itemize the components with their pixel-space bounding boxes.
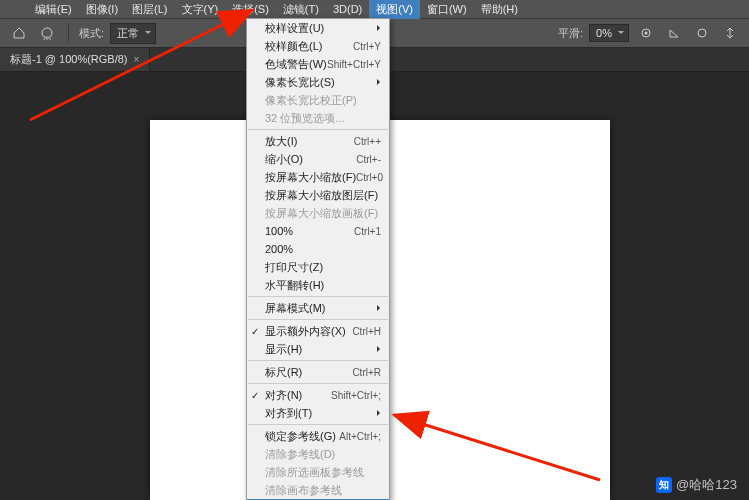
menu-filter[interactable]: 滤镜(T) [276, 0, 326, 19]
symmetry-icon[interactable] [719, 22, 741, 44]
menu-item[interactable]: ✓对齐(N)Shift+Ctrl+; [247, 386, 389, 404]
menu-window[interactable]: 窗口(W) [420, 0, 474, 19]
menu-item[interactable]: ✓显示额外内容(X)Ctrl+H [247, 322, 389, 340]
view-menu-dropdown: 校样设置(U)校样颜色(L)Ctrl+Y色域警告(W)Shift+Ctrl+Y像… [246, 18, 390, 500]
menu-item: 像素长宽比校正(P) [247, 91, 389, 109]
menu-item[interactable]: 200% [247, 240, 389, 258]
watermark-text: @哈哈123 [676, 476, 737, 494]
angle-icon[interactable] [663, 22, 685, 44]
menu-item[interactable]: 校样设置(U) [247, 19, 389, 37]
menu-item: 清除参考线(D) [247, 445, 389, 463]
tool-home-icon[interactable] [8, 22, 30, 44]
menu-item: 32 位预览选项... [247, 109, 389, 127]
airbrush-icon[interactable] [691, 22, 713, 44]
menu-item[interactable]: 按屏幕大小缩放(F)Ctrl+0 [247, 168, 389, 186]
menu-item[interactable]: 100%Ctrl+1 [247, 222, 389, 240]
menu-item[interactable]: 像素长宽比(S) [247, 73, 389, 91]
menu-item[interactable]: 标尺(R)Ctrl+R [247, 363, 389, 381]
tab-title: 标题-1 @ 100%(RGB/8) [10, 52, 128, 67]
menu-item[interactable]: 水平翻转(H) [247, 276, 389, 294]
menu-3d[interactable]: 3D(D) [326, 1, 369, 17]
menu-type[interactable]: 文字(Y) [175, 0, 226, 19]
menu-help[interactable]: 帮助(H) [474, 0, 525, 19]
flow-value[interactable]: 0% [589, 24, 629, 42]
menu-item[interactable]: 缩小(O)Ctrl+- [247, 150, 389, 168]
gear-icon[interactable] [635, 22, 657, 44]
mode-dropdown[interactable]: 正常 [110, 23, 156, 44]
menu-image[interactable]: 图像(I) [79, 0, 125, 19]
flow-label: 平滑: [558, 26, 583, 41]
menu-layer[interactable]: 图层(L) [125, 0, 174, 19]
menu-select[interactable]: 选择(S) [225, 0, 276, 19]
menu-item[interactable]: 对齐到(T) [247, 404, 389, 422]
svg-text:306: 306 [43, 35, 52, 41]
svg-point-4 [698, 29, 706, 37]
menubar: 编辑(E) 图像(I) 图层(L) 文字(Y) 选择(S) 滤镜(T) 3D(D… [0, 0, 749, 18]
menu-edit[interactable]: 编辑(E) [28, 0, 79, 19]
svg-point-3 [645, 32, 648, 35]
menu-view[interactable]: 视图(V) [369, 0, 420, 19]
menu-item[interactable]: 打印尺寸(Z) [247, 258, 389, 276]
menu-item[interactable]: 校样颜色(L)Ctrl+Y [247, 37, 389, 55]
menu-item[interactable]: 放大(I)Ctrl++ [247, 132, 389, 150]
menu-item[interactable]: 屏幕模式(M) [247, 299, 389, 317]
separator [68, 23, 69, 43]
menu-item: 清除画布参考线 [247, 481, 389, 499]
document-tab[interactable]: 标题-1 @ 100%(RGB/8) × [0, 48, 150, 71]
menu-item[interactable]: 显示(H) [247, 340, 389, 358]
close-icon[interactable]: × [134, 54, 140, 65]
zhihu-logo-icon: 知 [656, 477, 672, 493]
mode-label: 模式: [79, 26, 104, 41]
menu-item[interactable]: 锁定参考线(G)Alt+Ctrl+; [247, 427, 389, 445]
tool-preset-icon[interactable]: 306 [36, 22, 58, 44]
watermark: 知 @哈哈123 [656, 476, 737, 494]
menu-item: 按屏幕大小缩放画板(F) [247, 204, 389, 222]
menu-item[interactable]: 色域警告(W)Shift+Ctrl+Y [247, 55, 389, 73]
menu-item[interactable]: 按屏幕大小缩放图层(F) [247, 186, 389, 204]
menu-item: 清除所选画板参考线 [247, 463, 389, 481]
